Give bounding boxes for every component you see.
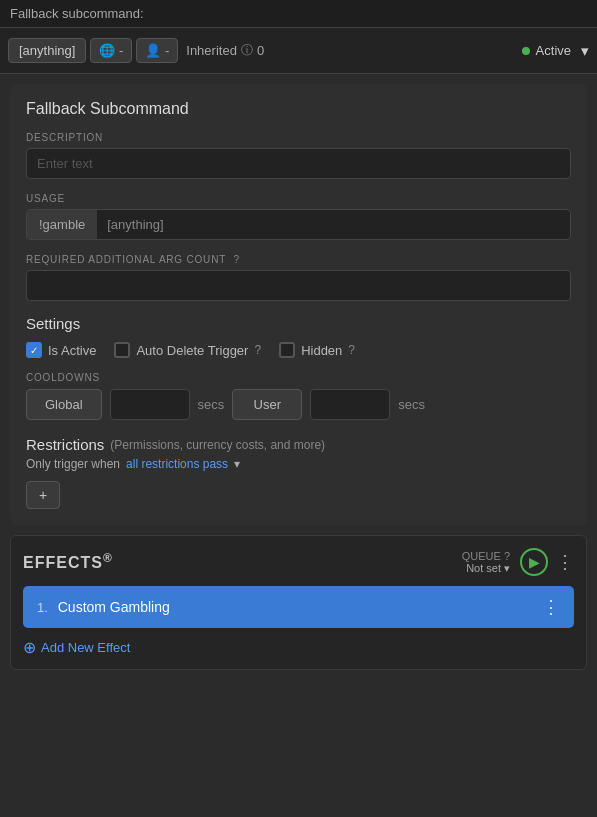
restrictions-header: Restrictions (Permissions, currency cost… <box>26 436 571 453</box>
description-input[interactable] <box>26 148 571 179</box>
queue-label: QUEUE ? <box>462 550 510 562</box>
add-restriction-button[interactable]: + <box>26 481 60 509</box>
effects-title: EFFECTS® <box>23 551 113 572</box>
effect-left: 1. Custom Gambling <box>37 599 170 615</box>
effects-box: EFFECTS® QUEUE ? Not set ▾ ▶ ⋮ 1. <box>10 535 587 670</box>
trigger-prefix: Only trigger when <box>26 457 120 471</box>
queue-section: QUEUE ? Not set ▾ <box>462 550 510 575</box>
global-cooldown-button[interactable]: Global <box>26 389 102 420</box>
auto-delete-help-icon: ? <box>254 343 261 357</box>
add-effect-row[interactable]: ⊕ Add New Effect <box>23 638 574 657</box>
arg-count-help-icon: ? <box>234 254 240 265</box>
queue-value[interactable]: Not set ▾ <box>466 562 510 575</box>
auto-delete-checkbox[interactable] <box>114 342 130 358</box>
restrictions-section: Restrictions (Permissions, currency cost… <box>26 436 571 509</box>
add-effect-label: Add New Effect <box>41 640 130 655</box>
arg-count-group: REQUIRED ADDITIONAL ARG COUNT ? 0 <box>26 254 571 301</box>
usage-row: !gamble [anything] <box>26 209 571 240</box>
trigger-chevron-icon[interactable]: ▾ <box>234 457 240 471</box>
hidden-help-icon: ? <box>348 343 355 357</box>
active-section: Active ▾ <box>522 42 589 60</box>
hidden-label: Hidden <box>301 343 342 358</box>
user-cooldown-button[interactable]: User <box>232 389 302 420</box>
topbar-title: Fallback subcommand: <box>10 6 144 21</box>
usage-command: !gamble <box>27 210 97 239</box>
settings-title: Settings <box>26 315 571 332</box>
globe-button[interactable]: 🌐 - <box>90 38 132 63</box>
is-active-checkbox[interactable] <box>26 342 42 358</box>
global-secs-label: secs <box>198 397 225 412</box>
restrictions-title: Restrictions <box>26 436 104 453</box>
add-effect-icon: ⊕ <box>23 638 36 657</box>
arg-count-label: REQUIRED ADDITIONAL ARG COUNT ? <box>26 254 571 265</box>
effects-header: EFFECTS® QUEUE ? Not set ▾ ▶ ⋮ <box>23 548 574 576</box>
user-cooldown-input[interactable] <box>310 389 390 420</box>
settings-group: Settings Is Active Auto Delete Trigger ?… <box>26 315 571 358</box>
dropdown-button[interactable]: ▾ <box>581 42 589 60</box>
inherited-section: Inherited ⓘ 0 <box>186 42 264 59</box>
usage-group: USAGE !gamble [anything] <box>26 193 571 240</box>
effect-more-button[interactable]: ⋮ <box>542 596 560 618</box>
inherited-label: Inherited <box>186 43 237 58</box>
topbar: Fallback subcommand: <box>0 0 597 28</box>
user-secs-label: secs <box>398 397 425 412</box>
inherited-count: 0 <box>257 43 264 58</box>
active-label: Active <box>536 43 571 58</box>
is-active-label: Is Active <box>48 343 96 358</box>
play-button[interactable]: ▶ <box>520 548 548 576</box>
cooldown-row: Global secs User secs <box>26 389 571 420</box>
person-button[interactable]: 👤 - <box>136 38 178 63</box>
effects-title-area: EFFECTS® <box>23 551 113 572</box>
usage-argument: [anything] <box>97 210 173 239</box>
effects-controls: ▶ ⋮ <box>520 548 574 576</box>
global-cooldown-input[interactable] <box>110 389 190 420</box>
usage-label: USAGE <box>26 193 571 204</box>
checkbox-row: Is Active Auto Delete Trigger ? Hidden ? <box>26 342 571 358</box>
cooldowns-label: COOLDOWNS <box>26 372 571 383</box>
queue-chevron-icon: ▾ <box>504 562 510 575</box>
description-group: DESCRIPTION <box>26 132 571 179</box>
trigger-link[interactable]: all restrictions pass <box>126 457 228 471</box>
description-label: DESCRIPTION <box>26 132 571 143</box>
queue-help-icon: ? <box>504 550 510 562</box>
auto-delete-label: Auto Delete Trigger <box>136 343 248 358</box>
panel-title: Fallback Subcommand <box>26 100 571 118</box>
toolbar: [anything] 🌐 - 👤 - Inherited ⓘ 0 Active … <box>0 28 597 74</box>
auto-delete-item[interactable]: Auto Delete Trigger ? <box>114 342 261 358</box>
hidden-item[interactable]: Hidden ? <box>279 342 355 358</box>
info-icon: ⓘ <box>241 42 253 59</box>
anything-badge: [anything] <box>8 38 86 63</box>
effect-name: Custom Gambling <box>58 599 170 615</box>
restrictions-subtitle: (Permissions, currency costs, and more) <box>110 438 325 452</box>
effect-item: 1. Custom Gambling ⋮ <box>23 586 574 628</box>
arg-count-input[interactable]: 0 <box>26 270 571 301</box>
trigger-row: Only trigger when all restrictions pass … <box>26 457 571 471</box>
hidden-checkbox[interactable] <box>279 342 295 358</box>
effects-more-button[interactable]: ⋮ <box>556 551 574 573</box>
active-dot-icon <box>522 47 530 55</box>
effect-number: 1. <box>37 600 48 615</box>
cooldowns-group: COOLDOWNS Global secs User secs <box>26 372 571 420</box>
is-active-item[interactable]: Is Active <box>26 342 96 358</box>
effects-right: QUEUE ? Not set ▾ ▶ ⋮ <box>462 548 574 576</box>
main-panel: Fallback Subcommand DESCRIPTION USAGE !g… <box>10 84 587 525</box>
